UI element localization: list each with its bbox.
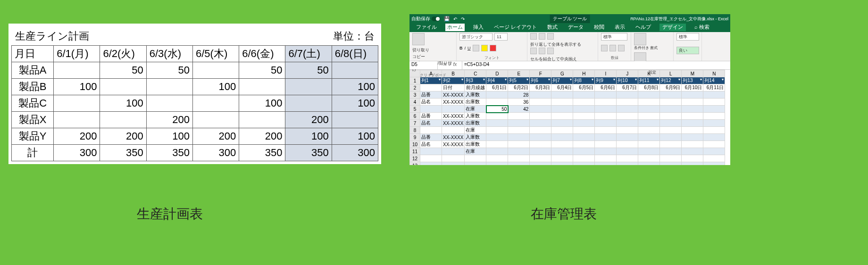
cell[interactable] — [682, 99, 703, 106]
cell[interactable] — [660, 99, 682, 106]
cell[interactable] — [530, 155, 551, 162]
comma-icon[interactable] — [618, 45, 625, 51]
cell[interactable]: 日付 — [442, 84, 465, 91]
cell[interactable] — [703, 162, 725, 166]
cond-format-icon[interactable] — [634, 33, 646, 45]
cell[interactable] — [420, 84, 442, 91]
plan-cell[interactable] — [192, 62, 239, 79]
cell[interactable] — [617, 99, 638, 106]
plan-cell[interactable] — [192, 112, 239, 128]
cell[interactable] — [682, 148, 703, 155]
plan-cell[interactable]: 350 — [285, 145, 332, 161]
table-header-cell[interactable]: 列5 — [508, 77, 530, 84]
ribbon-tab[interactable]: 挿入 — [471, 23, 485, 31]
cell[interactable] — [703, 120, 725, 127]
cell[interactable] — [638, 120, 660, 127]
plan-cell[interactable]: 200 — [192, 128, 239, 145]
cell[interactable] — [573, 162, 595, 166]
row-header[interactable]: 4 — [410, 99, 420, 106]
cell[interactable]: 品番 — [420, 134, 442, 141]
cell[interactable] — [465, 162, 486, 166]
cell[interactable] — [551, 134, 573, 141]
table-header-cell[interactable]: 列11 — [638, 77, 660, 84]
cell[interactable] — [638, 148, 660, 155]
plan-cell[interactable] — [54, 62, 100, 79]
cell[interactable] — [442, 148, 465, 155]
cell[interactable] — [551, 113, 573, 120]
paste-icon[interactable] — [412, 33, 425, 45]
table-header-cell[interactable]: 列1 — [420, 77, 442, 84]
plan-cell[interactable] — [332, 112, 378, 128]
cell[interactable] — [638, 162, 660, 166]
cell[interactable] — [573, 141, 595, 148]
cell[interactable]: 6月9日 — [660, 84, 682, 91]
cell[interactable] — [530, 91, 551, 99]
align-left-icon[interactable] — [530, 48, 537, 54]
cell[interactable] — [660, 134, 682, 141]
row-header[interactable]: 10 — [410, 141, 420, 148]
style-sample-good[interactable]: 良い — [676, 47, 699, 54]
cell[interactable] — [617, 155, 638, 162]
table-header-cell[interactable]: 列13 — [682, 77, 703, 84]
cell[interactable] — [486, 127, 508, 134]
cell[interactable]: 入庫数 — [465, 91, 486, 99]
plan-cell[interactable]: 200 — [146, 112, 192, 128]
cell[interactable]: XX-XXXX — [442, 113, 465, 120]
cell[interactable] — [508, 127, 530, 134]
plan-cell[interactable]: 200 — [239, 128, 285, 145]
wrap-text-button[interactable]: 折り返して全体を表示する — [530, 41, 581, 48]
formula-input[interactable]: =C5+D3-D4 — [462, 61, 730, 69]
cell[interactable] — [595, 99, 617, 106]
plan-cell[interactable]: 300 — [192, 145, 239, 161]
cell[interactable] — [703, 148, 725, 155]
plan-cell[interactable] — [100, 79, 146, 95]
cell[interactable] — [595, 91, 617, 99]
ribbon-tab[interactable]: ページ レイアウト — [492, 23, 539, 31]
cell[interactable] — [573, 120, 595, 127]
cell[interactable] — [442, 155, 465, 162]
row-header[interactable]: 3 — [410, 91, 420, 99]
cell[interactable] — [682, 127, 703, 134]
fx-label[interactable]: ✕ ✓ fx — [438, 61, 462, 69]
ribbon-tab[interactable]: データ — [566, 23, 585, 31]
cell[interactable] — [486, 141, 508, 148]
cell[interactable]: 品番 — [420, 91, 442, 99]
cell[interactable] — [442, 162, 465, 166]
cell[interactable] — [442, 106, 465, 113]
cell[interactable] — [638, 134, 660, 141]
plan-cell[interactable]: 300 — [54, 145, 100, 161]
cell[interactable]: XX-XXXX — [442, 120, 465, 127]
cell[interactable]: 50 — [486, 106, 508, 113]
cell[interactable]: 品名 — [420, 120, 442, 127]
cell[interactable] — [660, 148, 682, 155]
cell[interactable] — [508, 113, 530, 120]
cut-label[interactable]: 切り取り — [412, 47, 453, 53]
cell[interactable] — [638, 106, 660, 113]
cell[interactable] — [508, 155, 530, 162]
cell[interactable] — [638, 113, 660, 120]
cell[interactable] — [703, 155, 725, 162]
ribbon-tab[interactable]: 数式 — [545, 23, 559, 31]
cell[interactable] — [638, 127, 660, 134]
cell[interactable] — [573, 134, 595, 141]
cell[interactable]: 6月1日 — [486, 84, 508, 91]
fill-color-icon[interactable] — [481, 45, 488, 51]
cell[interactable] — [682, 120, 703, 127]
cell[interactable] — [420, 162, 442, 166]
cell[interactable] — [530, 141, 551, 148]
col-header[interactable]: I — [595, 70, 617, 77]
cell[interactable] — [551, 106, 573, 113]
align-center-icon[interactable] — [539, 48, 545, 54]
cell[interactable] — [573, 127, 595, 134]
cell[interactable] — [530, 148, 551, 155]
cell[interactable] — [660, 91, 682, 99]
cell[interactable] — [595, 120, 617, 127]
cell[interactable]: 6月2日 — [508, 84, 530, 91]
plan-cell[interactable] — [239, 112, 285, 128]
cell[interactable]: 前月繰越 — [465, 84, 486, 91]
cell[interactable] — [595, 141, 617, 148]
cell[interactable]: 在庫 — [465, 148, 486, 155]
cell[interactable] — [660, 141, 682, 148]
table-header-cell[interactable]: 列8 — [573, 77, 595, 84]
cell[interactable] — [508, 148, 530, 155]
